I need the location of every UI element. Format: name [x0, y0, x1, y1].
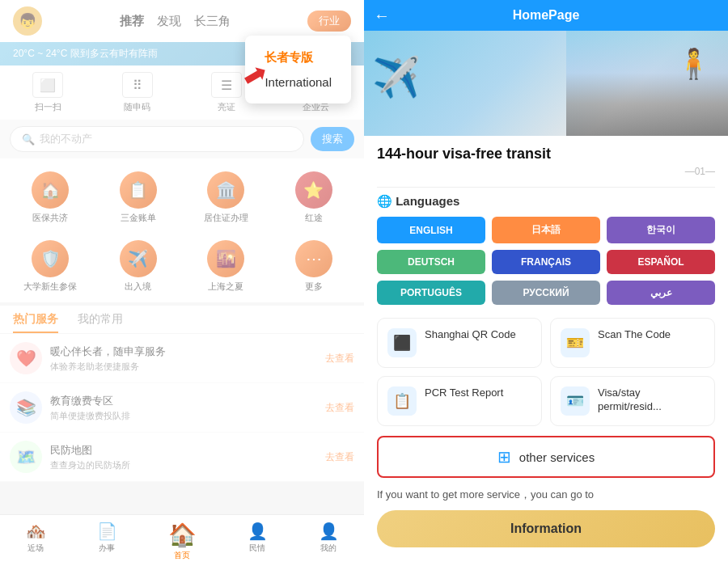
- bottom-nav-home[interactable]: 🏠 首页: [168, 522, 197, 561]
- info-text: If you want to get more service，you can …: [377, 488, 715, 502]
- profile-icon: 👤: [319, 522, 339, 541]
- plane-icon: ✈️: [372, 55, 421, 100]
- back-button[interactable]: ←: [374, 6, 390, 25]
- other-services-icon: ⊞: [497, 447, 511, 467]
- bottom-nav-profile[interactable]: 👤 我的: [319, 522, 339, 561]
- visa-number: —01—: [377, 166, 715, 177]
- card-shanghai-qr[interactable]: ⬛ Shanghai QR Code: [377, 318, 542, 368]
- page-title: HomePage: [513, 8, 580, 23]
- lang-arabic[interactable]: عربي: [607, 281, 715, 305]
- divider: [377, 187, 715, 188]
- right-header: ← HomePage: [364, 0, 728, 31]
- lang-japanese[interactable]: 日本語: [492, 217, 600, 243]
- lang-german[interactable]: DEUTSCH: [377, 250, 485, 274]
- lang-french[interactable]: FRANÇAIS: [492, 250, 600, 274]
- bottom-nav-nearby[interactable]: 🏘️ 近场: [26, 522, 46, 561]
- languages-label: 🌐 Languages: [377, 194, 715, 209]
- information-button[interactable]: Information: [377, 510, 715, 547]
- language-grid: ENGLISH 日本語 한국이 DEUTSCH FRANÇAIS ESPAÑOL…: [377, 217, 715, 305]
- other-services-label: other services: [519, 450, 595, 464]
- left-panel: 👦 推荐 发现 长三角 行业 20°C ~ 24°C 限到多云有时有阵雨 ⬜ 扫…: [0, 0, 364, 566]
- lang-english[interactable]: ENGLISH: [377, 217, 485, 243]
- bottom-nav-affairs[interactable]: 📄 办事: [97, 522, 117, 561]
- shanghai-qr-icon: ⬛: [387, 328, 417, 357]
- right-content: 144-hour visa-free transit —01— 🌐 Langua…: [364, 136, 728, 566]
- lang-korean[interactable]: 한국이: [607, 217, 715, 243]
- lang-russian[interactable]: РУССКИЙ: [492, 281, 600, 305]
- lang-spanish[interactable]: ESPAÑOL: [607, 250, 715, 274]
- home-icon: 🏠: [168, 522, 197, 548]
- person-icon: 🧍: [675, 47, 712, 81]
- popup-item-senior[interactable]: 长者专版: [265, 45, 332, 70]
- pcr-icon: 📋: [387, 386, 417, 416]
- card-scan-code[interactable]: 🎫 Scan The Code: [550, 318, 715, 368]
- popup-item-international[interactable]: International: [265, 70, 332, 94]
- visa-permit-icon: 🪪: [561, 386, 590, 416]
- scan-code-icon: 🎫: [561, 328, 590, 357]
- visa-title: 144-hour visa-free transit: [377, 146, 715, 163]
- affairs-icon: 📄: [97, 522, 117, 541]
- bottom-nav: 🏘️ 近场 📄 办事 🏠 首页 👤 民情 👤 我的: [0, 514, 364, 566]
- card-pcr[interactable]: 📋 PCR Test Report: [377, 376, 542, 426]
- hero-image: ✈️ 🧍: [364, 31, 728, 136]
- card-visa-permit[interactable]: 🪪 Visa/stay permit/resid...: [550, 376, 715, 426]
- service-cards-grid: ⬛ Shanghai QR Code 🎫 Scan The Code 📋 PCR…: [377, 318, 715, 426]
- right-panel: ← HomePage ✈️ 🧍 144-hour visa-free trans…: [364, 0, 728, 566]
- other-services-button[interactable]: ⊞ other services: [377, 436, 715, 478]
- nearby-icon: 🏘️: [26, 522, 46, 541]
- lang-portuguese[interactable]: PORTUGUÊS: [377, 281, 485, 305]
- public-icon: 👤: [248, 522, 268, 541]
- bottom-nav-public[interactable]: 👤 民情: [248, 522, 268, 561]
